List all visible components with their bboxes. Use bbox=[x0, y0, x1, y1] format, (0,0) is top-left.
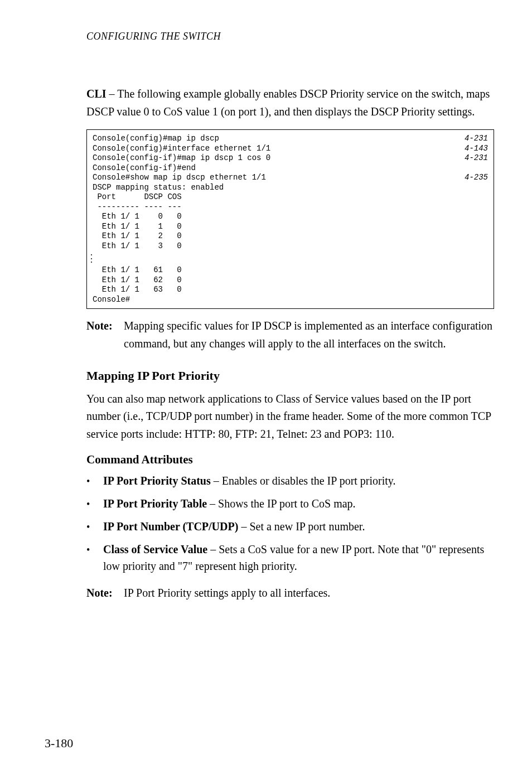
attribute-desc: – Set a new IP port number. bbox=[238, 520, 365, 533]
code-page-ref: 4-143 bbox=[465, 144, 488, 154]
code-line: --------- ---- --- bbox=[93, 202, 488, 212]
code-text: Console(config-if)#end bbox=[93, 163, 196, 173]
code-text: Eth 1/ 1 3 0 bbox=[93, 241, 182, 251]
attribute-name: IP Port Number (TCP/UDP) bbox=[103, 520, 238, 533]
list-item: IP Port Priority Status – Enables or dis… bbox=[86, 472, 494, 489]
code-page-ref: 4-231 bbox=[465, 153, 488, 163]
vertical-ellipsis-icon: ... bbox=[93, 251, 488, 265]
section-paragraph: You can also map network applications to… bbox=[86, 390, 494, 443]
code-line: Console(config)#interface ethernet 1/14-… bbox=[93, 144, 488, 154]
attribute-desc: – Shows the IP port to CoS map. bbox=[207, 497, 356, 510]
code-line: Eth 1/ 1 3 0 bbox=[93, 241, 488, 251]
note-label: Note: bbox=[86, 584, 124, 602]
attributes-list: IP Port Priority Status – Enables or dis… bbox=[86, 472, 494, 574]
code-line: Console# bbox=[93, 295, 488, 305]
code-line: Console(config-if)#map ip dscp 1 cos 04-… bbox=[93, 153, 488, 163]
code-line: Console#show map ip dscp ethernet 1/14-2… bbox=[93, 173, 488, 183]
note-text: IP Port Priority settings apply to all i… bbox=[124, 584, 494, 602]
code-line: Console(config)#map ip dscp4-231 bbox=[93, 134, 488, 144]
intro-bold: CLI bbox=[86, 88, 107, 100]
code-text: Eth 1/ 1 61 0 bbox=[93, 265, 182, 275]
page-number: 3-180 bbox=[45, 736, 73, 751]
code-page-ref: 4-235 bbox=[465, 173, 488, 183]
code-line: Eth 1/ 1 63 0 bbox=[93, 285, 488, 295]
code-line: Eth 1/ 1 0 0 bbox=[93, 212, 488, 222]
code-text: Console# bbox=[93, 295, 130, 305]
code-line: Eth 1/ 1 62 0 bbox=[93, 275, 488, 286]
code-text: Eth 1/ 1 62 0 bbox=[93, 275, 182, 286]
cli-code-block: Console(config)#map ip dscp4-231Console(… bbox=[86, 129, 494, 309]
code-text: Console(config-if)#map ip dscp 1 cos 0 bbox=[93, 153, 270, 163]
code-line: Console(config-if)#end bbox=[93, 163, 488, 173]
code-page-ref: 4-231 bbox=[465, 134, 488, 144]
code-text: Eth 1/ 1 0 0 bbox=[93, 212, 182, 222]
code-text: DSCP mapping status: enabled bbox=[93, 183, 224, 193]
section-heading: Mapping IP Port Priority bbox=[86, 369, 494, 383]
code-text: Eth 1/ 1 2 0 bbox=[93, 231, 182, 241]
code-text: Port DSCP COS bbox=[93, 192, 182, 202]
code-line: Port DSCP COS bbox=[93, 192, 488, 202]
code-line: DSCP mapping status: enabled bbox=[93, 183, 488, 193]
list-item: Class of Service Value – Sets a CoS valu… bbox=[86, 541, 494, 574]
intro-text: – The following example globally enables… bbox=[86, 88, 490, 118]
code-text: Eth 1/ 1 63 0 bbox=[93, 285, 182, 295]
code-line: Eth 1/ 1 2 0 bbox=[93, 231, 488, 241]
attribute-desc: – Enables or disables the IP port priori… bbox=[211, 475, 396, 487]
note-block-2: Note: IP Port Priority settings apply to… bbox=[86, 584, 494, 602]
note-label: Note: bbox=[86, 317, 124, 352]
header-text: CONFIGURING THE SWITCH bbox=[86, 31, 221, 42]
intro-paragraph: CLI – The following example globally ena… bbox=[86, 85, 494, 120]
code-text: Console(config)#map ip dscp bbox=[93, 134, 219, 144]
attributes-heading: Command Attributes bbox=[86, 453, 494, 467]
running-header: CONFIGURING THE SWITCH bbox=[86, 31, 494, 42]
code-text: Console(config)#interface ethernet 1/1 bbox=[93, 144, 270, 154]
code-text: Console#show map ip dscp ethernet 1/1 bbox=[93, 173, 266, 183]
code-text: Eth 1/ 1 1 0 bbox=[93, 222, 182, 232]
note-block-1: Note: Mapping specific values for IP DSC… bbox=[86, 317, 494, 352]
note-text: Mapping specific values for IP DSCP is i… bbox=[124, 317, 494, 352]
code-line: Eth 1/ 1 1 0 bbox=[93, 222, 488, 232]
attribute-name: IP Port Priority Table bbox=[103, 497, 207, 510]
code-text: --------- ---- --- bbox=[93, 202, 182, 212]
list-item: IP Port Priority Table – Shows the IP po… bbox=[86, 495, 494, 512]
attribute-name: Class of Service Value bbox=[103, 543, 207, 555]
list-item: IP Port Number (TCP/UDP) – Set a new IP … bbox=[86, 518, 494, 535]
code-line: Eth 1/ 1 61 0 bbox=[93, 265, 488, 275]
attribute-name: IP Port Priority Status bbox=[103, 475, 211, 487]
